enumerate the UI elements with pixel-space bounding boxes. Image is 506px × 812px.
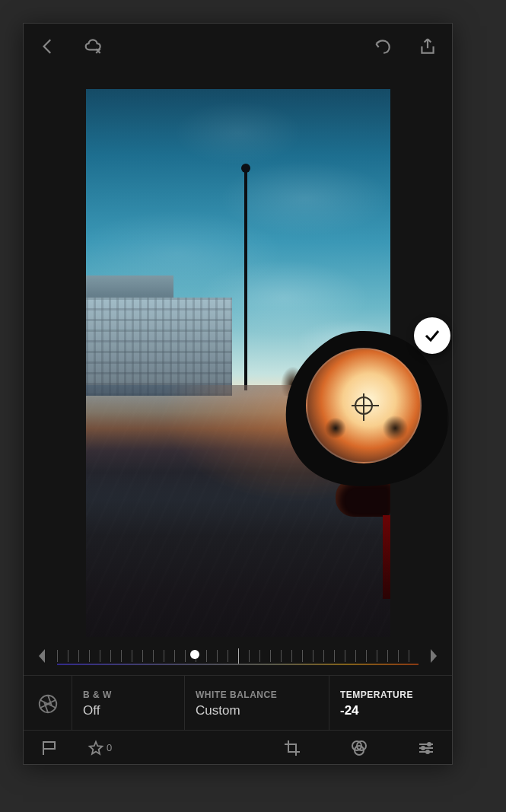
svg-point-5	[422, 747, 425, 750]
top-toolbar	[24, 24, 452, 69]
flag-icon	[40, 739, 59, 757]
crop-icon	[283, 739, 301, 757]
svg-point-4	[428, 743, 431, 746]
bw-toggle-cell[interactable]: B & W Off	[72, 676, 185, 730]
slider-prev-button[interactable]	[34, 645, 49, 667]
flag-button[interactable]	[34, 733, 65, 763]
filters-icon	[350, 739, 368, 757]
temperature-cell[interactable]: TEMPERATURE -24	[329, 676, 452, 730]
lens-profile-button[interactable]	[24, 676, 72, 730]
star-count: 0	[107, 742, 112, 753]
photo-streetlamp	[244, 171, 247, 390]
slider-ticks	[57, 650, 418, 662]
white-balance-label: WHITE BALANCE	[196, 689, 318, 700]
bottom-toolbar: 0	[24, 730, 452, 765]
back-button[interactable]	[33, 31, 63, 62]
slider-next-button[interactable]	[426, 645, 441, 667]
undo-button[interactable]	[367, 31, 397, 62]
sliders-icon	[417, 739, 435, 757]
aperture-icon	[37, 693, 59, 715]
share-button[interactable]	[412, 31, 443, 62]
star-rating-button[interactable]: 0	[88, 740, 112, 756]
crop-button[interactable]	[277, 733, 307, 763]
adjust-button[interactable]	[411, 733, 441, 763]
cloud-x-icon	[84, 37, 103, 56]
chevron-left-icon	[38, 37, 58, 56]
white-balance-value: Custom	[196, 703, 318, 718]
temperature-label: TEMPERATURE	[340, 689, 441, 700]
wb-confirm-button[interactable]	[414, 317, 450, 354]
photo-preview[interactable]	[86, 89, 390, 637]
undo-icon	[372, 37, 392, 56]
adjustment-row: B & W Off WHITE BALANCE Custom TEMPERATU…	[24, 675, 452, 730]
value-slider-track[interactable]	[57, 645, 418, 667]
svg-point-6	[426, 750, 429, 753]
app-window: B & W Off WHITE BALANCE Custom TEMPERATU…	[23, 23, 453, 765]
canvas-area	[24, 69, 452, 675]
temperature-value: -24	[340, 703, 441, 718]
star-icon	[88, 740, 104, 756]
photo-building	[86, 298, 232, 396]
bw-label: B & W	[83, 689, 173, 700]
slider-color-bar	[57, 664, 418, 665]
check-icon	[423, 326, 441, 345]
bw-value: Off	[83, 703, 173, 718]
white-balance-cell[interactable]: WHITE BALANCE Custom	[185, 676, 329, 730]
slider-handle[interactable]	[190, 650, 199, 659]
share-icon	[418, 37, 438, 56]
triangle-left-icon	[36, 648, 48, 664]
triangle-right-icon	[428, 648, 440, 664]
presets-button[interactable]	[344, 733, 374, 763]
cloud-sync-button[interactable]	[78, 31, 109, 62]
photo-mirror	[336, 479, 390, 517]
value-slider-row	[24, 637, 452, 675]
